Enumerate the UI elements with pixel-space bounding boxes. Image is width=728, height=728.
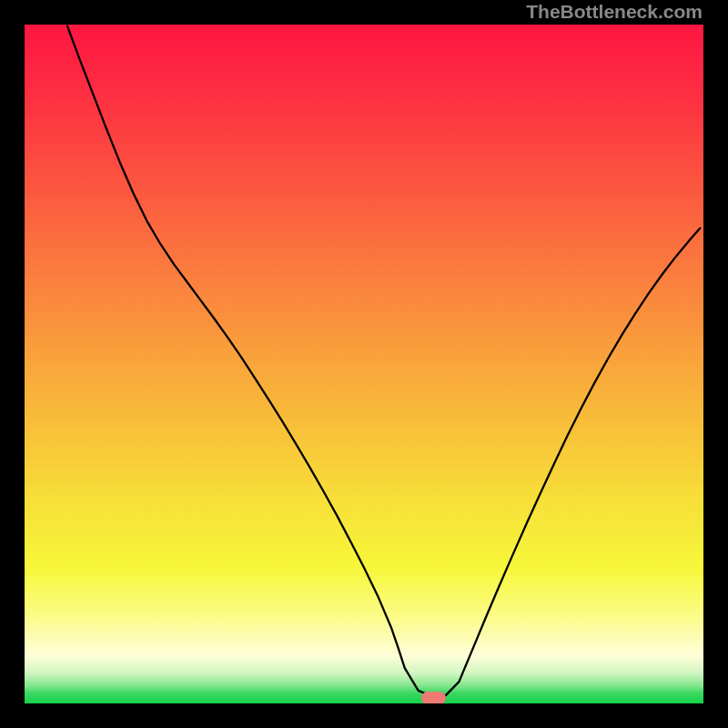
optimal-point-marker (421, 692, 446, 703)
chart-frame: TheBottleneck.com (0, 0, 728, 728)
plot-area (25, 25, 703, 703)
watermark: TheBottleneck.com (526, 1, 703, 23)
bottleneck-curve (25, 25, 703, 703)
